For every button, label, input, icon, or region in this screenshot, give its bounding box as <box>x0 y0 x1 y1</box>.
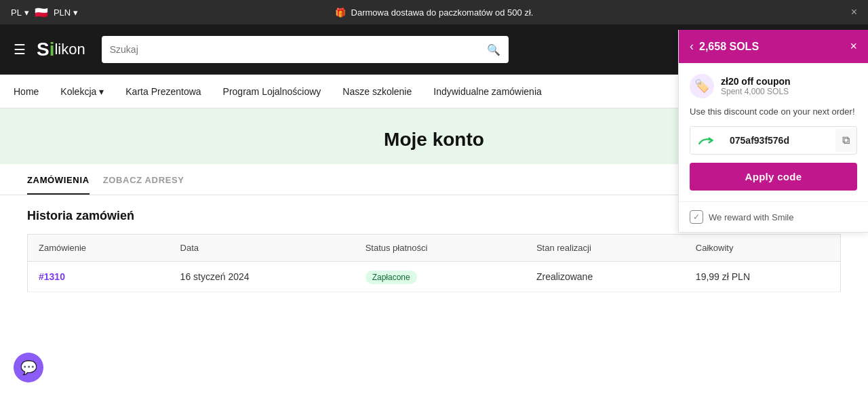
currency-label: PLN <box>54 7 71 18</box>
banner-message: Darmowa dostawa do paczkomatów od 500 zł… <box>351 7 534 18</box>
banner-message-area: 🎁 Darmowa dostawa do paczkomatów od 500 … <box>335 7 534 18</box>
nav-item-home[interactable]: Home <box>14 86 39 97</box>
chevron-down-icon: ▾ <box>73 7 78 18</box>
site-logo[interactable]: Si likon <box>37 39 85 60</box>
logo-likon: likon <box>54 41 85 58</box>
tab-adresy[interactable]: ZOBACZ ADRESY <box>103 175 184 195</box>
smile-sols-count: 2,658 SOLS <box>699 41 759 53</box>
smile-header: ‹ 2,658 SOLS × <box>679 30 868 63</box>
chevron-down-icon: ▾ <box>24 7 29 18</box>
col-header-total: Całkowity <box>685 235 841 262</box>
order-date: 16 styczeń 2024 <box>170 262 355 292</box>
smile-close-button[interactable]: × <box>850 39 857 54</box>
col-header-status: Stan realizacji <box>526 235 685 262</box>
smile-panel: ‹ 2,658 SOLS × 🏷️ zł20 off coupon Spent … <box>678 30 868 233</box>
flag-icon: 🇵🇱 <box>35 6 48 19</box>
chat-icon: 💬 <box>20 359 37 376</box>
smile-footer-checkbox-icon: ✓ <box>690 210 703 224</box>
orders-table: Zamówienie Data Status płatności Stan re… <box>27 234 841 292</box>
col-header-payment: Status płatności <box>355 235 526 262</box>
tag-icon: 🏷️ <box>694 79 709 94</box>
coupon-code-text: 075af93f576d <box>726 130 835 151</box>
search-bar[interactable]: 🔍 <box>102 36 509 63</box>
nav-item-kolekcja[interactable]: Kolekcja▾ <box>60 86 104 97</box>
smile-body: 🏷️ zł20 off coupon Spent 4,000 SOLS Use … <box>679 63 868 201</box>
smile-footer-text: We reward with Smile <box>709 212 793 222</box>
top-banner-left: PL ▾ 🇵🇱 PLN ▾ <box>11 6 78 19</box>
coupon-icon: 🏷️ <box>690 74 714 98</box>
top-banner: PL ▾ 🇵🇱 PLN ▾ 🎁 Darmowa dostawa do paczk… <box>0 0 868 24</box>
coupon-arrow-icon <box>690 127 726 154</box>
coupon-cost: Spent 4,000 SOLS <box>721 87 791 96</box>
currency-selector[interactable]: PLN ▾ <box>54 7 78 18</box>
coupon-code-row: 075af93f576d ⧉ <box>690 126 857 155</box>
chat-bubble-button[interactable]: 💬 <box>14 353 43 382</box>
tab-zamowienia[interactable]: ZAMÓWIENIA <box>27 175 90 195</box>
table-row: #1310 16 styczeń 2024 Zapłacone Zrealizo… <box>28 262 841 292</box>
lang-label: PL <box>11 7 22 18</box>
coupon-description: Use this discount code on your next orde… <box>690 106 857 117</box>
logo-si: Si <box>37 39 54 60</box>
order-id-link[interactable]: #1310 <box>39 271 65 282</box>
coupon-row: 🏷️ zł20 off coupon Spent 4,000 SOLS <box>690 74 857 98</box>
hamburger-menu-icon[interactable]: ☰ <box>14 41 26 58</box>
smile-footer: ✓ We reward with Smile <box>679 201 868 232</box>
col-header-order: Zamówienie <box>28 235 170 262</box>
nav-item-program[interactable]: Program Lojalnościowy <box>223 86 321 97</box>
order-total: 19,99 zł PLN <box>685 262 841 292</box>
language-selector[interactable]: PL ▾ <box>11 7 29 18</box>
fulfillment-status: Zrealizowane <box>526 262 685 292</box>
banner-close-button[interactable]: × <box>851 6 857 18</box>
chevron-down-icon: ▾ <box>99 86 104 97</box>
nav-item-karta[interactable]: Karta Prezentowa <box>125 86 201 97</box>
coupon-title: zł20 off coupon <box>721 76 791 87</box>
gift-icon: 🎁 <box>335 7 346 18</box>
nav-item-indywidualne[interactable]: Indywidualne zamówienia <box>433 86 542 97</box>
table-header-row: Zamówienie Data Status płatności Stan re… <box>28 235 841 262</box>
smile-header-left: ‹ 2,658 SOLS <box>690 39 759 54</box>
apply-code-button[interactable]: Apply code <box>690 163 857 191</box>
coupon-copy-button[interactable]: ⧉ <box>835 129 856 152</box>
coupon-info: zł20 off coupon Spent 4,000 SOLS <box>721 76 791 96</box>
col-header-date: Data <box>170 235 355 262</box>
smile-back-button[interactable]: ‹ <box>690 39 694 54</box>
search-input[interactable] <box>110 44 481 55</box>
nav-item-szkolenie[interactable]: Nasze szkolenie <box>342 86 412 97</box>
search-icon: 🔍 <box>487 43 500 56</box>
payment-status-badge: Zapłacone <box>366 271 417 284</box>
